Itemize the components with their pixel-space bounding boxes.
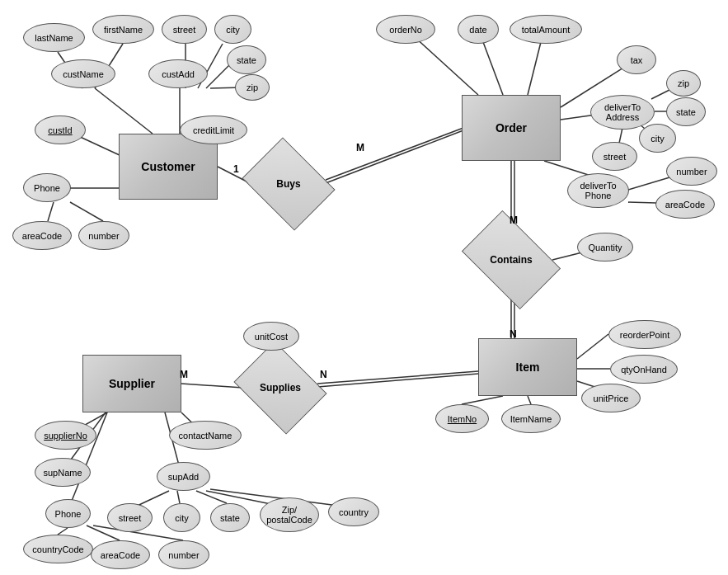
item-entity: Item [478,338,577,396]
svg-line-15 [326,130,463,183]
zip-cust-oval: zip [235,74,270,101]
svg-line-2 [95,88,153,134]
city-sup-oval: city [163,503,200,532]
state-cust-oval: state [227,45,266,74]
number-order-oval: number [666,157,717,186]
cardinality-M-supplies: M [180,369,188,380]
phone-cust-oval: Phone [23,173,71,202]
svg-line-39 [317,371,478,384]
creditLimit-oval: creditLimit [180,115,247,144]
date-oval: date [458,15,499,44]
unitCost-oval: unitCost [243,322,299,351]
contactName-oval: contactName [169,421,242,450]
street-cust-oval: street [162,15,207,44]
street-sup-oval: street [107,503,153,532]
country-sup-oval: country [328,497,379,526]
countryCode-oval: countryCode [23,535,93,563]
lastName-oval: lastName [23,23,85,52]
deliverToPhone-oval: deliverTo Phone [567,173,629,208]
svg-line-38 [181,384,243,388]
cardinality-1: 1 [233,163,239,175]
buys-diamond: Buys [251,155,326,213]
areaCode-sup-oval: areaCode [91,540,150,569]
supplier-entity: Supplier [82,355,181,412]
svg-line-45 [58,528,68,535]
zipPostal-oval: Zip/ postalCode [260,497,319,532]
er-diagram: Customer Order Supplier Item Buys Contai… [0,0,728,575]
quantity-oval: Quantity [577,233,633,262]
order-entity: Order [462,95,561,161]
contains-diamond: Contains [470,231,552,289]
orderNo-oval: orderNo [376,15,435,44]
cardinality-M-buys: M [356,142,364,153]
svg-line-37 [528,396,531,404]
svg-line-11 [48,202,54,221]
custId-oval: custId [35,115,86,144]
itemName-oval: ItemName [501,404,561,433]
supplies-diamond: Supplies [243,359,317,417]
city-cust-oval: city [214,15,251,44]
custName-oval: custName [51,59,115,88]
supplierNo-oval: supplierNo [35,421,96,450]
number-sup-oval: number [158,540,209,569]
supAdd-oval: supAdd [157,462,210,491]
svg-line-40 [317,374,478,387]
cardinality-M-contains: M [510,214,518,226]
state-sup-oval: state [210,503,250,532]
svg-line-14 [326,128,463,180]
supName-oval: supName [35,458,91,487]
custAdd-oval: custAdd [148,59,208,88]
cardinality-N-contains: N [510,328,517,340]
firstName-oval: firstName [92,15,154,44]
deliverToAddress-oval: deliverTo Address [590,95,655,130]
cardinality-N-supplies: N [320,369,327,380]
tax-oval: tax [617,45,656,74]
phone-sup-oval: Phone [45,499,91,528]
svg-line-52 [196,491,227,503]
areaCode-cust-oval: areaCode [12,221,72,250]
svg-line-33 [577,334,608,359]
street-order-oval: street [592,142,637,171]
itemNo-oval: ItemNo [435,404,489,433]
zip-order-oval: zip [666,70,701,97]
qtyOnHand-oval: qtyOnHand [610,355,678,384]
state-order-oval: state [666,97,706,126]
totalAmount-oval: totalAmount [510,15,582,44]
city-order-oval: city [639,124,676,153]
svg-line-36 [462,396,503,404]
unitPrice-oval: unitPrice [581,384,641,412]
svg-line-51 [177,491,180,503]
svg-line-12 [70,202,103,221]
diagram-lines [0,0,728,575]
areaCode-order-oval: areaCode [655,190,715,219]
reorderPoint-oval: reorderPoint [608,320,681,349]
number-cust-oval: number [78,221,129,250]
